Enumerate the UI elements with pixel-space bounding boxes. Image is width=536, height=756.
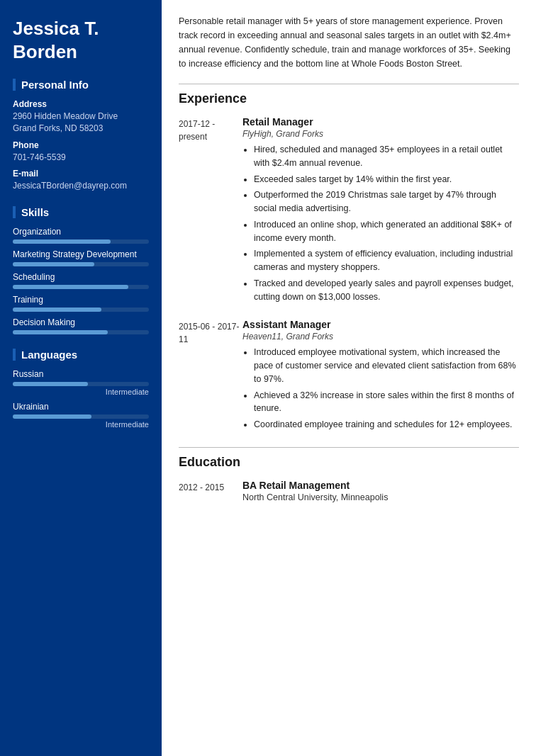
language-item: RussianIntermediate: [13, 369, 149, 396]
skills-title: Skills: [13, 206, 149, 218]
email-value: JessicaTBorden@dayrep.com: [13, 180, 149, 192]
skill-bar-fill: [13, 239, 111, 244]
address-label: Address: [13, 99, 149, 109]
skills-list: OrganizationMarketing Strategy Developme…: [13, 227, 149, 334]
candidate-name: Jessica T. Borden: [13, 17, 149, 63]
experience-bullets: Hired, scheduled and managed 35+ employe…: [242, 143, 519, 303]
phone-label: Phone: [13, 140, 149, 150]
skill-bar-fill: [13, 285, 128, 289]
language-bar-fill: [13, 382, 88, 386]
sidebar: Jessica T. Borden Personal Info Address …: [0, 0, 162, 756]
address-line2: Grand Forks, ND 58203: [13, 123, 149, 135]
summary-text: Personable retail manager with 5+ years …: [179, 14, 519, 71]
experience-bullet-item: Introduced employee motivational system,…: [254, 346, 519, 385]
skill-name-label: Scheduling: [13, 272, 149, 282]
skills-section: Skills OrganizationMarketing Strategy De…: [13, 206, 149, 334]
skill-bar-fill: [13, 308, 101, 312]
education-entry: 2012 - 2015BA Retail ManagementNorth Cen…: [179, 480, 519, 502]
email-label: E-mail: [13, 169, 149, 179]
skill-bar-bg: [13, 285, 149, 289]
main-content: Personable retail manager with 5+ years …: [162, 0, 536, 756]
experience-title: Assistant Manager: [242, 319, 519, 330]
education-school: North Central University, Minneapolis: [242, 492, 519, 502]
experience-entry: 2015-06 - 2017-11Assistant ManagerHeaven…: [179, 319, 519, 434]
skill-bar-bg: [13, 262, 149, 266]
skill-bar-fill: [13, 330, 108, 334]
language-bar-bg: [13, 382, 149, 386]
resume-container: Jessica T. Borden Personal Info Address …: [0, 0, 536, 756]
languages-section: Languages RussianIntermediateUkrainianIn…: [13, 349, 149, 429]
skill-item: Scheduling: [13, 272, 149, 289]
experience-company: FlyHigh, Grand Forks: [242, 129, 519, 139]
experience-bullets: Introduced employee motivational system,…: [242, 346, 519, 431]
skill-item: Training: [13, 295, 149, 312]
experience-bullet-item: Achieved a 32% increase in store sales w…: [254, 389, 519, 416]
experience-bullet-item: Hired, scheduled and managed 35+ employe…: [254, 143, 519, 170]
experience-dates: 2017-12 - present: [179, 116, 242, 306]
education-degree: BA Retail Management: [242, 480, 519, 491]
skill-bar-fill: [13, 262, 94, 266]
skill-name-label: Training: [13, 295, 149, 305]
experience-dates: 2015-06 - 2017-11: [179, 319, 242, 434]
experience-entry: 2017-12 - presentRetail ManagerFlyHigh, …: [179, 116, 519, 306]
experience-details: Retail ManagerFlyHigh, Grand ForksHired,…: [242, 116, 519, 306]
language-item: UkrainianIntermediate: [13, 402, 149, 429]
skill-item: Organization: [13, 227, 149, 244]
skill-name-label: Decision Making: [13, 317, 149, 327]
education-divider: [179, 447, 519, 448]
experience-section-title: Experience: [179, 91, 519, 106]
experience-title: Retail Manager: [242, 116, 519, 128]
education-dates: 2012 - 2015: [179, 480, 242, 502]
education-details: BA Retail ManagementNorth Central Univer…: [242, 480, 519, 502]
personal-info-section: Personal Info Address 2960 Hidden Meadow…: [13, 79, 149, 192]
language-level-label: Intermediate: [13, 388, 149, 396]
experience-list: 2017-12 - presentRetail ManagerFlyHigh, …: [179, 116, 519, 434]
language-level-label: Intermediate: [13, 420, 149, 429]
skill-bar-bg: [13, 239, 149, 244]
education-list: 2012 - 2015BA Retail ManagementNorth Cen…: [179, 480, 519, 502]
skill-item: Marketing Strategy Development: [13, 249, 149, 266]
language-bar-fill: [13, 414, 91, 419]
experience-company: Heaven11, Grand Forks: [242, 332, 519, 342]
phone-value: 701-746-5539: [13, 152, 149, 164]
languages-title: Languages: [13, 349, 149, 361]
experience-details: Assistant ManagerHeaven11, Grand ForksIn…: [242, 319, 519, 434]
education-section-title: Education: [179, 455, 519, 470]
skill-name-label: Marketing Strategy Development: [13, 249, 149, 259]
skill-bar-bg: [13, 308, 149, 312]
language-bar-bg: [13, 414, 149, 419]
experience-bullet-item: Tracked and developed yearly sales and p…: [254, 277, 519, 304]
experience-bullet-item: Exceeded sales target by 14% within the …: [254, 173, 519, 186]
experience-divider: [179, 84, 519, 84]
skill-bar-bg: [13, 330, 149, 334]
experience-bullet-item: Implemented a system of efficiency evalu…: [254, 247, 519, 274]
language-name-label: Ukrainian: [13, 402, 149, 412]
experience-bullet-item: Introduced an online shop, which generat…: [254, 218, 519, 245]
languages-list: RussianIntermediateUkrainianIntermediate: [13, 369, 149, 429]
address-line1: 2960 Hidden Meadow Drive: [13, 111, 149, 123]
experience-bullet-item: Coordinated employee training and schedu…: [254, 418, 519, 431]
experience-bullet-item: Outperformed the 2019 Christmas sale tar…: [254, 188, 519, 215]
skill-name-label: Organization: [13, 227, 149, 237]
skill-item: Decision Making: [13, 317, 149, 334]
personal-info-title: Personal Info: [13, 79, 149, 91]
language-name-label: Russian: [13, 369, 149, 379]
